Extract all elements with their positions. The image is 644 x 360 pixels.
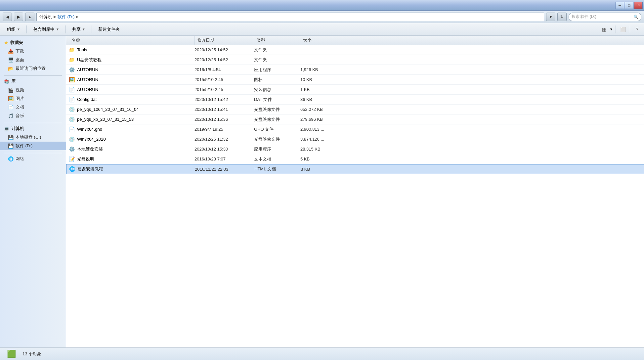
doc-icon: 📄 (8, 105, 14, 110)
table-row[interactable]: 📄 Config.dat 2020/10/12 15:42 DAT 文件 36 … (66, 95, 644, 105)
search-placeholder: 搜索 软件 (D:) (572, 14, 596, 20)
network-icon: 🌐 (8, 156, 14, 161)
maximize-button[interactable]: □ (625, 2, 633, 9)
file-icon: ⚙️ (69, 146, 75, 152)
file-list: 📁 Tools 2020/12/25 14:52 文件夹 📁 U盘安装教程 20… (66, 45, 644, 347)
file-icon: 🌐 (69, 166, 75, 172)
file-size: 5 KB (300, 157, 347, 161)
file-date: 2015/5/10 2:45 (194, 77, 254, 82)
network-section: 🌐 网络 (0, 155, 66, 163)
music-icon: 🎵 (8, 113, 14, 118)
sidebar-item-music[interactable]: 🎵 音乐 (0, 112, 66, 120)
file-type: 图标 (254, 77, 300, 83)
file-type: 安装信息 (254, 87, 300, 93)
table-row[interactable]: 💿 pe_yqs_1064_20_07_31_16_04 2020/10/12 … (66, 105, 644, 114)
col-header-date[interactable]: 修改日期 (194, 36, 254, 45)
table-row[interactable]: 📝 光盘说明 2016/10/23 7:07 文本文档 5 KB (66, 154, 644, 164)
window-controls: ─ □ ✕ (616, 2, 643, 9)
video-label: 视频 (16, 87, 24, 93)
help-button[interactable]: ? (633, 25, 641, 34)
toolbar-sep-1 (26, 25, 27, 33)
share-button[interactable]: 共享 ▼ (68, 25, 90, 34)
status-count: 13 个对象 (22, 351, 41, 357)
search-box[interactable]: 搜索 软件 (D:) 🔍 (569, 13, 641, 21)
file-size: 279,696 KB (300, 117, 347, 122)
file-date: 2020/12/25 11:32 (194, 137, 254, 142)
col-header-type[interactable]: 类型 (254, 36, 300, 45)
include-library-arrow: ▼ (56, 27, 59, 31)
sidebar-item-software-d[interactable]: 💾 软件 (D:) (0, 142, 66, 150)
col-header-name[interactable]: 名称 (69, 36, 194, 45)
file-date: 2015/5/10 2:45 (194, 87, 254, 92)
file-name: Win7x64.gho (77, 127, 102, 132)
table-row[interactable]: 📁 U盘安装教程 2020/12/25 14:52 文件夹 (66, 55, 644, 65)
table-row[interactable]: 📁 Tools 2020/12/25 14:52 文件夹 (66, 45, 644, 55)
file-date: 2016/1/8 4:54 (194, 67, 254, 72)
up-button[interactable]: ▲ (25, 13, 34, 21)
table-row[interactable]: ⚙️ AUTORUN 2016/1/8 4:54 应用程序 1,926 KB (66, 65, 644, 75)
sidebar-sep-1 (4, 75, 62, 76)
star-icon: ★ (4, 40, 8, 45)
sidebar-item-local-c[interactable]: 💾 本地磁盘 (C:) (0, 133, 66, 142)
sidebar-item-network[interactable]: 🌐 网络 (0, 155, 66, 163)
file-name: Config.dat (77, 97, 97, 102)
sidebar: ★ 收藏夹 📥 下载 🖥️ 桌面 📂 最近访问的位置 📚 库 (0, 36, 66, 347)
favorites-label: 收藏夹 (10, 40, 23, 46)
breadcrumb-drive[interactable]: 软件 (D:) (58, 14, 74, 20)
favorites-header[interactable]: ★ 收藏夹 (0, 38, 66, 47)
file-type: 光盘映像文件 (254, 116, 300, 122)
downloads-label: 下载 (16, 48, 24, 54)
sidebar-item-recent[interactable]: 📂 最近访问的位置 (0, 64, 66, 73)
back-button[interactable]: ◀ (3, 13, 12, 21)
file-type: 文件夹 (254, 57, 300, 63)
sidebar-item-desktop[interactable]: 🖥️ 桌面 (0, 56, 66, 64)
file-size: 1,926 KB (300, 67, 347, 72)
file-size: 36 KB (300, 97, 347, 102)
dropdown-button[interactable]: ▼ (546, 13, 555, 21)
minimize-button[interactable]: ─ (616, 2, 624, 9)
forward-button[interactable]: ▶ (14, 13, 23, 21)
file-icon: 📁 (69, 57, 75, 63)
include-library-label: 包含到库中 (33, 26, 55, 32)
library-section: 📚 库 🎬 视频 🖼️ 图片 📄 文档 🎵 音乐 (0, 77, 66, 120)
library-icon: 📚 (4, 79, 9, 84)
organize-button[interactable]: 组织 ▼ (3, 25, 24, 34)
computer-header[interactable]: 💻 计算机 (0, 124, 66, 133)
sidebar-item-downloads[interactable]: 📥 下载 (0, 47, 66, 56)
computer-icon: 💻 (4, 126, 9, 131)
table-row[interactable]: 📄 AUTORUN 2015/5/10 2:45 安装信息 1 KB (66, 85, 644, 95)
computer-label: 计算机 (11, 126, 24, 132)
sidebar-item-picture[interactable]: 🖼️ 图片 (0, 94, 66, 103)
view-button[interactable]: ▦ (600, 25, 608, 34)
library-header[interactable]: 📚 库 (0, 77, 66, 86)
file-name: 本地硬盘安装 (77, 146, 103, 152)
col-header-size[interactable]: 大小 (300, 36, 347, 45)
table-row[interactable]: ⚙️ 本地硬盘安装 2020/10/12 15:30 应用程序 28,315 K… (66, 144, 644, 154)
file-name: Tools (77, 47, 87, 52)
breadcrumb[interactable]: 计算机 ▶ 软件 (D:) ▶ (36, 13, 544, 21)
file-icon: 📄 (69, 87, 75, 93)
file-name: 硬盘安装教程 (77, 166, 103, 172)
recent-icon: 📂 (8, 66, 14, 71)
search-icon[interactable]: 🔍 (633, 15, 638, 19)
table-row[interactable]: 💿 Win7x64_2020 2020/12/25 11:32 光盘映像文件 3… (66, 134, 644, 144)
table-row[interactable]: 🌐 硬盘安装教程 2016/11/21 22:03 HTML 文档 3 KB (66, 164, 644, 174)
close-button[interactable]: ✕ (634, 2, 643, 9)
sidebar-item-video[interactable]: 🎬 视频 (0, 86, 66, 94)
toolbar-sep-2 (65, 25, 66, 33)
file-date: 2016/10/23 7:07 (194, 157, 254, 161)
preview-button[interactable]: ⬜ (619, 25, 627, 34)
sidebar-item-doc[interactable]: 📄 文档 (0, 103, 66, 112)
new-folder-button[interactable]: 新建文件夹 (94, 25, 124, 34)
disk-c-icon: 💾 (8, 135, 14, 140)
table-row[interactable]: 🖼️ AUTORUN 2015/5/10 2:45 图标 10 KB (66, 75, 644, 85)
view-arrow[interactable]: ▼ (610, 27, 613, 31)
computer-section: 💻 计算机 💾 本地磁盘 (C:) 💾 软件 (D:) (0, 124, 66, 150)
include-library-button[interactable]: 包含到库中 ▼ (29, 25, 64, 34)
table-row[interactable]: 💿 pe_yqs_xp_20_07_31_15_53 2020/10/12 15… (66, 114, 644, 124)
file-date: 2020/10/12 15:41 (194, 107, 254, 112)
breadcrumb-computer[interactable]: 计算机 (39, 14, 52, 20)
file-icon: 📁 (69, 47, 75, 53)
table-row[interactable]: 📄 Win7x64.gho 2019/9/7 19:25 GHO 文件 2,90… (66, 124, 644, 134)
refresh-button[interactable]: ↻ (557, 13, 567, 21)
